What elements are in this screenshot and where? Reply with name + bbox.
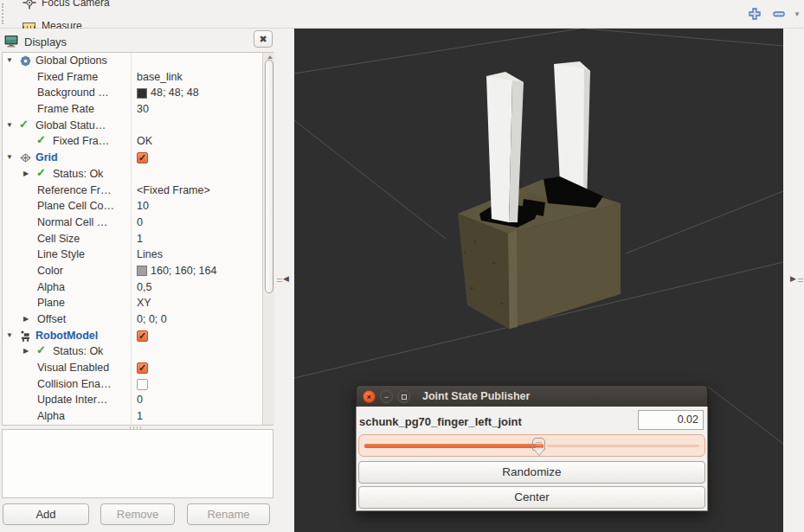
checkbox-unchecked[interactable] bbox=[137, 379, 148, 390]
window-maximize-button[interactable] bbox=[397, 390, 410, 403]
tree-row-status-ok[interactable]: ▶✓Status: Ok bbox=[3, 343, 273, 360]
row-label: Grid bbox=[35, 150, 58, 166]
joint-value-field[interactable]: 0.02 bbox=[638, 410, 704, 430]
row-label: Plane Cell Co… bbox=[37, 198, 114, 215]
value-text: 10 bbox=[137, 198, 149, 215]
row-value: 10 bbox=[137, 198, 149, 215]
value-text: 1 bbox=[137, 408, 143, 425]
gripper-body-left bbox=[458, 214, 509, 329]
panel-title: Displays bbox=[24, 35, 67, 48]
expander-open-icon[interactable]: ▼ bbox=[6, 53, 13, 69]
tree-row-normal-cell[interactable]: Normal Cell …0 bbox=[3, 215, 273, 231]
row-label: Plane bbox=[37, 295, 65, 311]
right-panel-splitter[interactable]: ▶ bbox=[783, 29, 804, 532]
randomize-button[interactable]: Randomize bbox=[358, 461, 705, 484]
row-value[interactable]: ✓ bbox=[137, 360, 148, 376]
checkbox-checked[interactable]: ✓ bbox=[137, 152, 148, 163]
tool-label: Focus Camera bbox=[42, 0, 110, 9]
remove-button[interactable]: Remove bbox=[100, 503, 175, 525]
panel-close-button[interactable]: ✖ bbox=[254, 30, 273, 48]
tree-row-fixed-frame[interactable]: Fixed Framebase_link bbox=[3, 69, 273, 86]
focus-camera-tool[interactable]: Focus Camera bbox=[13, 0, 134, 14]
tree-row-global-statu[interactable]: ▼✓Global Statu… bbox=[3, 118, 273, 134]
tree-scrollbar[interactable] bbox=[262, 53, 274, 425]
row-value: 0; 0; 0 bbox=[137, 311, 167, 328]
tree-row-line-style[interactable]: Line StyleLines bbox=[3, 247, 273, 263]
tree-row-frame-rate[interactable]: Frame Rate30 bbox=[3, 101, 273, 118]
row-value: XY bbox=[137, 295, 151, 311]
add-button[interactable]: Add bbox=[3, 503, 89, 525]
tree-row-reference-fr[interactable]: Reference Fr…<Fixed Frame> bbox=[3, 183, 273, 199]
tree-row-visual-enabled[interactable]: Visual Enabled✓ bbox=[3, 360, 273, 376]
row-label: Background … bbox=[37, 85, 109, 101]
slider-fill bbox=[364, 444, 544, 448]
window-minimize-button[interactable]: − bbox=[380, 390, 393, 403]
row-label: Normal Cell … bbox=[37, 215, 107, 231]
displays-panel-header[interactable]: Displays ✖ bbox=[0, 32, 275, 51]
toolbar-drag-handle[interactable] bbox=[2, 3, 8, 24]
tree-row-update-inter[interactable]: Update Inter…0 bbox=[3, 392, 273, 408]
row-value: 160; 160; 164 bbox=[137, 263, 216, 279]
value-text: 160; 160; 164 bbox=[151, 263, 216, 279]
expander-open-icon[interactable]: ▼ bbox=[6, 118, 13, 134]
expander-closed-icon[interactable]: ▶ bbox=[23, 343, 29, 360]
joint-slider[interactable] bbox=[358, 434, 705, 457]
value-text: 0; 0; 0 bbox=[137, 311, 167, 328]
splitter-grip bbox=[277, 279, 282, 284]
row-value[interactable] bbox=[137, 376, 148, 393]
expander-closed-icon[interactable]: ▶ bbox=[23, 311, 29, 328]
render-viewport[interactable]: × − Joint State Publisher schunk_pg70_fi… bbox=[294, 29, 783, 532]
checkbox-checked[interactable]: ✓ bbox=[137, 362, 148, 374]
checkbox-checked[interactable]: ✓ bbox=[137, 330, 148, 342]
tree-row-offset[interactable]: ▶Offset0; 0; 0 bbox=[3, 311, 273, 328]
slider-track bbox=[547, 445, 699, 447]
row-label: Line Style bbox=[37, 247, 85, 263]
rename-button[interactable]: Rename bbox=[187, 503, 270, 525]
tree-row-alpha[interactable]: Alpha1 bbox=[3, 408, 273, 425]
tree-row-plane[interactable]: PlaneXY bbox=[3, 295, 273, 311]
row-label: Cell Size bbox=[37, 231, 80, 247]
collapse-right-icon[interactable]: ▶ bbox=[790, 274, 796, 283]
tree-row-robotmodel[interactable]: ▼RobotModel✓ bbox=[3, 328, 273, 344]
row-label: Visual Enabled bbox=[37, 360, 109, 376]
left-panel-splitter[interactable]: ◀ bbox=[275, 29, 294, 532]
collapse-left-icon[interactable]: ◀ bbox=[283, 274, 289, 283]
slider-handle[interactable] bbox=[532, 438, 545, 451]
tree-row-color[interactable]: Color160; 160; 164 bbox=[3, 263, 273, 279]
value-text: 30 bbox=[137, 101, 149, 118]
center-button[interactable]: Center bbox=[358, 486, 705, 509]
add-tool-button[interactable] bbox=[745, 3, 764, 24]
toolbar-overflow-caret[interactable]: ▼ bbox=[794, 10, 801, 18]
tree-scrollbar-thumb[interactable] bbox=[265, 60, 273, 293]
tree-row-collision-ena[interactable]: Collision Ena… bbox=[3, 376, 273, 393]
tree-row-global-options[interactable]: ▼Global Options bbox=[3, 53, 273, 69]
row-label: RobotModel bbox=[35, 328, 98, 344]
monitor-icon bbox=[4, 35, 19, 48]
description-box bbox=[2, 429, 273, 498]
row-label: Update Inter… bbox=[37, 392, 107, 408]
tree-row-fixed-fra[interactable]: ✓Fixed Fra…OK bbox=[3, 133, 273, 150]
expander-open-icon[interactable]: ▼ bbox=[6, 328, 13, 344]
tree-row-grid[interactable]: ▼Grid✓ bbox=[3, 150, 273, 166]
row-label: Fixed Fra… bbox=[53, 133, 109, 150]
tree-row-plane-cell-co[interactable]: Plane Cell Co…10 bbox=[3, 198, 273, 215]
displays-panel: Displays ✖ ▼Global OptionsFixed Framebas… bbox=[0, 29, 275, 532]
tree-row-alpha[interactable]: Alpha0,5 bbox=[3, 279, 273, 296]
tree-row-background[interactable]: Background …48; 48; 48 bbox=[3, 85, 273, 101]
window-close-button[interactable]: × bbox=[363, 390, 376, 403]
row-value[interactable]: ✓ bbox=[137, 150, 148, 166]
status-check-icon: ✓ bbox=[19, 118, 32, 131]
row-label: Status: Ok bbox=[53, 343, 103, 360]
tree-row-status-ok[interactable]: ▶✓Status: Ok bbox=[3, 166, 273, 183]
value-text: <Fixed Frame> bbox=[137, 183, 210, 199]
expander-closed-icon[interactable]: ▶ bbox=[23, 166, 29, 183]
status-check-icon: ✓ bbox=[36, 133, 49, 146]
row-label: Fixed Frame bbox=[37, 69, 98, 86]
remove-tool-button[interactable] bbox=[769, 3, 788, 24]
window-titlebar[interactable]: × − Joint State Publisher bbox=[356, 385, 708, 407]
row-value[interactable]: ✓ bbox=[137, 328, 148, 344]
row-label: Global Statu… bbox=[35, 118, 106, 134]
tree-row-cell-size[interactable]: Cell Size1 bbox=[3, 231, 273, 247]
status-check-icon: ✓ bbox=[36, 166, 49, 179]
expander-open-icon[interactable]: ▼ bbox=[6, 150, 13, 166]
